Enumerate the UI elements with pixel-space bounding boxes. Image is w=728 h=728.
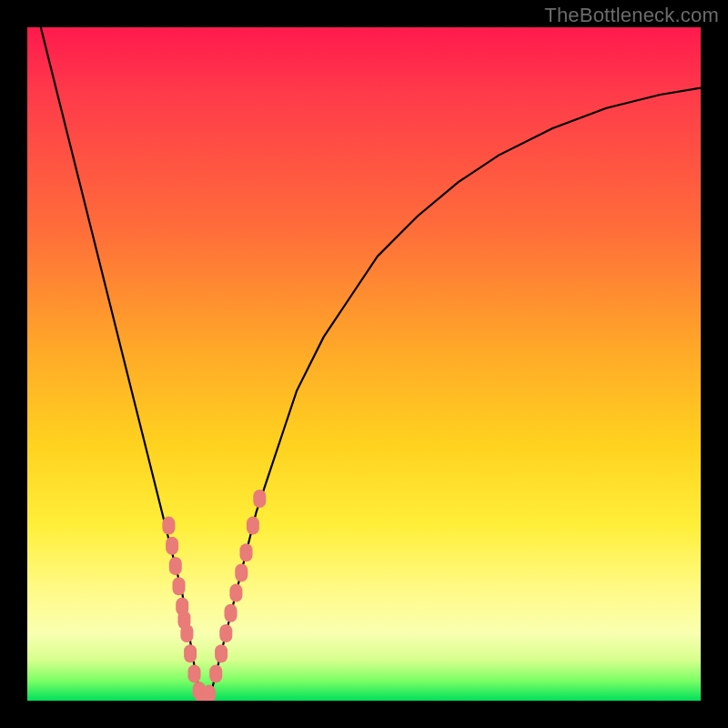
data-marker: [253, 490, 266, 508]
data-marker: [225, 604, 238, 622]
data-marker: [229, 584, 242, 602]
data-marker: [219, 624, 232, 642]
data-marker: [209, 664, 222, 682]
plot-area: [27, 27, 701, 701]
chart-frame: TheBottleneck.com: [0, 0, 728, 728]
chart-overlay: [27, 27, 701, 701]
watermark-text: TheBottleneck.com: [544, 4, 719, 27]
data-marker: [180, 624, 193, 642]
data-marker: [215, 644, 228, 662]
data-markers: [162, 490, 266, 701]
data-marker: [184, 644, 197, 662]
data-marker: [188, 664, 201, 682]
bottleneck-curve: [41, 27, 701, 701]
data-marker: [169, 557, 182, 575]
data-marker: [203, 685, 216, 701]
data-marker: [247, 517, 259, 535]
data-marker: [166, 537, 178, 555]
data-marker: [235, 563, 248, 581]
data-marker: [240, 543, 253, 561]
data-marker: [162, 517, 175, 535]
data-marker: [173, 577, 186, 595]
